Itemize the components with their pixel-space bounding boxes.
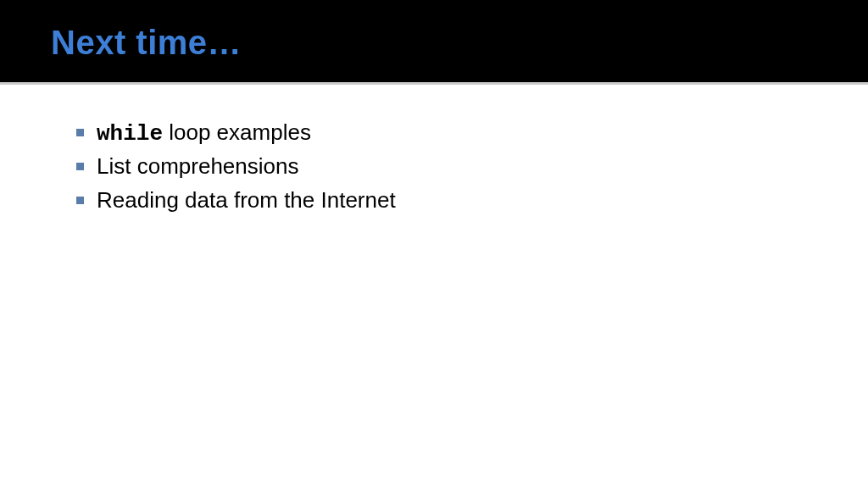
slide-content: while loop examples List comprehensions …: [0, 85, 868, 216]
slide-header: Next time…: [0, 0, 868, 85]
list-item: Reading data from the Internet: [76, 186, 817, 217]
slide-title: Next time…: [51, 24, 817, 62]
code-text: while: [97, 121, 163, 147]
item-text: List comprehensions: [97, 153, 298, 179]
bullet-list: while loop examples List comprehensions …: [76, 119, 817, 216]
item-text: loop examples: [163, 119, 311, 145]
list-item: while loop examples: [76, 119, 817, 149]
item-text: Reading data from the Internet: [97, 187, 396, 213]
list-item: List comprehensions: [76, 152, 817, 183]
